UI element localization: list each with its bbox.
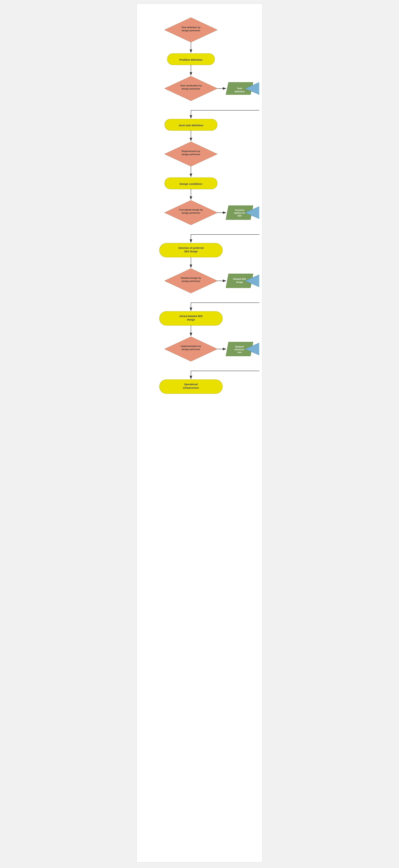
participation2-diamond (245, 201, 259, 224)
joined-detailed-label: Joined detailed SES (179, 315, 203, 317)
operational-label2: infrastructure (183, 386, 199, 389)
arrow-11 (191, 224, 259, 243)
realized-infra-label2: infrastruc- (234, 348, 245, 351)
task-def-para-label2: definition (234, 90, 245, 93)
joined-detailed-label2: design (187, 318, 195, 321)
requirements-label2: design performer (182, 153, 200, 156)
selection-label2: SES design (184, 250, 198, 253)
arrow-19 (191, 361, 259, 379)
tech-options-label3: SES (237, 215, 242, 217)
problem-def-label: Problem definition (179, 58, 202, 61)
flow-diagram-svg: Task definition by design performer Prob… (140, 9, 259, 857)
requirements-label: Requirements by (182, 150, 200, 153)
task-def-para-label: Task (237, 87, 242, 90)
conceptual-label: Conceptual design by (179, 209, 203, 211)
implementation-label: Implementation by (181, 345, 201, 347)
realized-infra-label: Realized (235, 345, 244, 348)
joint-task-label: Joint task definition (178, 124, 203, 127)
operational-label: Operational (184, 383, 198, 386)
selection-label: Selection of preferred (178, 247, 204, 249)
task-def-label: Task definition by (181, 26, 201, 29)
diagram-container: Task definition by design performer Prob… (137, 3, 262, 862)
participation3-diamond (245, 270, 259, 292)
diagram-inner: Task definition by design performer Prob… (140, 9, 259, 857)
task-clarif-label2: design performer (182, 87, 200, 90)
task-clarif-label: Task clarification by (180, 84, 202, 87)
design-conditions-label: Design conditions (179, 182, 202, 185)
realized-infra-label3: ture (238, 351, 242, 353)
detailed-design-label: Detailed design by (181, 277, 201, 279)
detailed-ses-label: Detailed SES (233, 278, 246, 280)
arrow-15 (191, 292, 259, 311)
task-def-label2: design performer (182, 29, 200, 32)
conceptual-label2: design performer (182, 212, 200, 214)
arrow-5 (191, 100, 259, 118)
tech-options-label2: options for (234, 212, 245, 214)
detailed-design-label2: design performer (182, 280, 200, 282)
participation4-diamond (245, 338, 259, 361)
tech-options-label: Technical (235, 209, 244, 211)
implementation-label2: design performer (182, 348, 200, 350)
detailed-ses-label2: design (236, 281, 243, 283)
participation1-diamond (245, 77, 259, 100)
